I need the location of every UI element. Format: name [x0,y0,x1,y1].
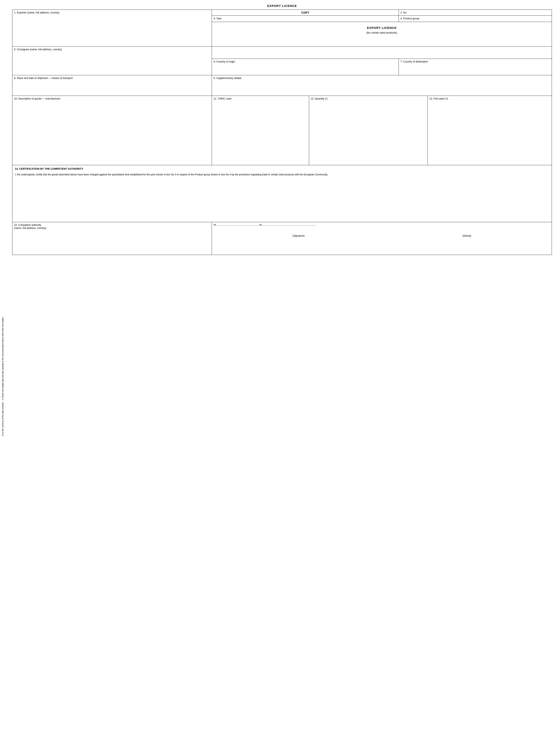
copy-label: COPY [301,11,309,14]
cell-country-dest: 7. Country of destination [399,59,552,75]
row-4: 10. Description of goods — manufacturer … [13,96,552,165]
form-container: 1. Exporter (name, full address, country… [12,9,552,255]
cell-place-date: 8. Place and date of shipment — means of… [13,75,212,96]
right-col-2: 6. Country of origin 7. Country of desti… [212,46,552,75]
fob-label: 13. Fob value (²) [429,97,448,100]
signature-label: (Signature) [293,234,304,237]
cell-exporter: 1. Exporter (name, full address, country… [13,10,212,46]
competent-label: 15. Competent authority(name, full addre… [14,224,46,230]
export-licence-box: EXPORT LICENCE (for certain steel produc… [212,22,552,46]
quantity-label: 12. Quantity (¹) [311,97,327,100]
cert-title: 14. CERTIFICATION BY THE COMPETENT AUTHO… [15,167,549,170]
copy-year-group: 3. Year 4. Product group [212,16,552,22]
cell-copy: COPY [212,10,399,16]
country-origin-label: 6. Country of origin [214,60,235,63]
exporter-label: 1. Exporter (name, full address, country… [14,11,59,14]
row-3: 8. Place and date of shipment — means of… [13,75,552,96]
at-line: At .....................................… [214,224,550,226]
copy-block: COPY 2. No 3. Year 4. Product group EXPO… [212,10,552,46]
sign-stamp-row: (Signature) (Stamp) [214,234,550,237]
row-5-certification: 14. CERTIFICATION BY THE COMPETENT AUTHO… [13,165,552,222]
stamp-label: (Stamp) [462,234,471,237]
description-label: 10. Description of goods — manufacturer [14,97,60,100]
no-label: 2. No [400,11,406,14]
row-1: 1. Exporter (name, full address, country… [13,10,552,46]
page-title: EXPORT LICENCE [12,4,552,7]
cell-description: 10. Description of goods — manufacturer [13,96,212,165]
place-date-label: 8. Place and date of shipment — means of… [14,77,73,80]
cell-country-origin: 6. Country of origin [212,59,399,75]
country-dest-label: 7. Country of destination [400,60,428,63]
row-6: 15. Competent authority(name, full addre… [13,222,552,255]
consignee-label: 5. Consignee (name, full address, countr… [14,48,62,51]
cell-sign-stamp: At .....................................… [212,222,552,255]
product-group-label: 4. Product group [400,17,419,20]
cell-fob: 13. Fob value (²) [427,96,552,165]
supplementary-label: 9. Supplementary details [214,77,242,80]
cell-quantity: 12. Quantity (¹) [309,96,427,165]
cell-taric: 11. TARIC code [212,96,309,165]
taric-label: 11. TARIC code [214,97,232,100]
cell-product-group: 4. Product group [399,16,552,22]
row-2: 5. Consignee (name, full address, countr… [13,46,552,75]
licence-subtitle: (for certain steel products) [215,31,548,34]
year-label: 3. Year [214,17,221,20]
cell-year: 3. Year [212,16,399,22]
country-row: 6. Country of origin 7. Country of desti… [212,59,552,75]
cell-supplementary: 9. Supplementary details [212,75,552,96]
cert-text: I, the undersigned, certify that the goo… [15,173,549,177]
cell-competent: 15. Competent authority(name, full addre… [13,222,212,255]
cell-no: 2. No [399,10,552,16]
copy-top: COPY 2. No [212,10,552,16]
cell-consignee: 5. Consignee (name, full address, countr… [13,46,212,75]
licence-title: EXPORT LICENCE [215,26,548,30]
